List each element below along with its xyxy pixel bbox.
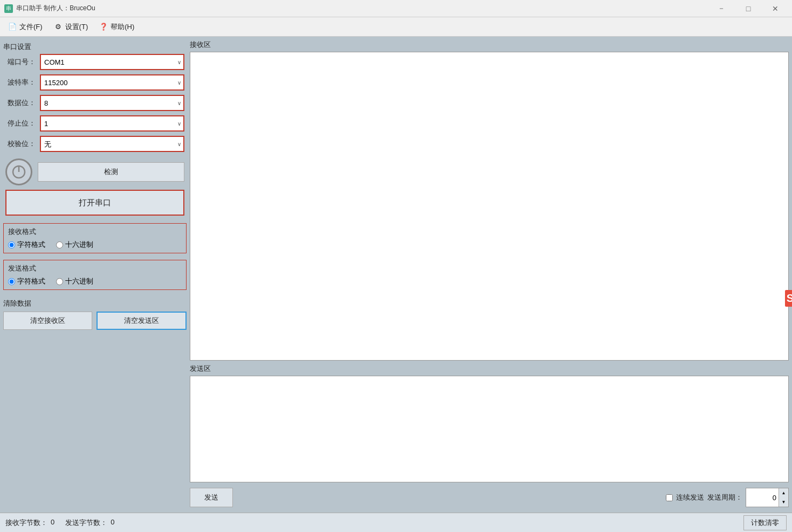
left-panel: 串口设置 端口号： COM1 COM2 COM3 COM4 波特率： — [3, 40, 187, 509]
period-input[interactable] — [746, 488, 779, 507]
receive-hex-radio[interactable] — [56, 241, 63, 248]
count-clear-button[interactable]: 计数清零 — [743, 515, 787, 530]
receive-char-label: 字符格式 — [17, 240, 45, 250]
open-port-button[interactable]: 打开串口 — [5, 190, 184, 216]
parity-select-wrapper: 无 奇校验 偶校验 — [40, 136, 184, 152]
port-row: 端口号： COM1 COM2 COM3 COM4 — [3, 54, 187, 70]
parity-select[interactable]: 无 奇校验 偶校验 — [40, 136, 184, 152]
period-up-button[interactable]: ▲ — [779, 488, 788, 498]
send-section: 发送区 — [190, 364, 789, 482]
period-label: 发送周期： — [707, 493, 742, 502]
baudrate-row: 波特率： 9600 19200 38400 57600 115200 — [3, 74, 187, 91]
rx-label: 接收字节数： — [5, 518, 47, 528]
minimize-button[interactable]: － — [709, 0, 734, 17]
period-spinners: ▲ ▼ — [779, 488, 788, 507]
parity-label: 校验位： — [5, 139, 36, 149]
serial-config-title: 串口设置 — [3, 42, 187, 52]
receive-area-label: 接收区 — [190, 40, 789, 50]
databits-label: 数据位： — [5, 98, 36, 108]
app-icon: 串 — [4, 4, 13, 13]
receive-char-format[interactable]: 字符格式 — [8, 240, 45, 250]
menu-bar: 📄 文件(F) ⚙ 设置(T) ❓ 帮助(H) — [0, 17, 792, 37]
stopbits-select-wrapper: 1 1.5 2 — [40, 115, 184, 132]
clear-receive-button[interactable]: 清空接收区 — [3, 312, 92, 330]
port-select[interactable]: COM1 COM2 COM3 COM4 — [40, 54, 184, 70]
title-bar-left: 串 串口助手 制作人：BruceOu — [4, 4, 95, 13]
power-detect-row: 检测 — [3, 156, 187, 188]
tx-value: 0 — [111, 518, 114, 528]
menu-file[interactable]: 📄 文件(F) — [2, 20, 48, 34]
menu-file-label: 文件(F) — [19, 22, 43, 32]
receive-char-radio[interactable] — [8, 241, 15, 248]
menu-help[interactable]: ❓ 帮助(H) — [93, 20, 140, 34]
close-button[interactable]: ✕ — [763, 0, 788, 17]
receive-textarea[interactable] — [190, 52, 789, 361]
title-bar: 串 串口助手 制作人：BruceOu － □ ✕ — [0, 0, 792, 17]
databits-select-wrapper: 5 6 7 8 — [40, 95, 184, 111]
menu-help-label: 帮助(H) — [111, 22, 134, 32]
period-input-wrapper: ▲ ▼ — [746, 488, 789, 507]
stopbits-row: 停止位： 1 1.5 2 — [3, 115, 187, 132]
detect-button[interactable]: 检测 — [38, 162, 184, 182]
title-bar-controls: － □ ✕ — [709, 0, 788, 17]
baudrate-label: 波特率： — [5, 78, 36, 87]
send-hex-format[interactable]: 十六进制 — [56, 277, 93, 286]
menu-settings[interactable]: ⚙ 设置(T) — [48, 20, 94, 34]
databits-select[interactable]: 5 6 7 8 — [40, 95, 184, 111]
continuous-send-checkbox[interactable] — [666, 494, 673, 501]
clear-buttons: 清空接收区 清空发送区 — [3, 312, 187, 330]
send-format-row: 字符格式 十六进制 — [8, 277, 182, 286]
stopbits-label: 停止位： — [5, 119, 36, 128]
receive-format-row: 字符格式 十六进制 — [8, 240, 182, 250]
receive-section: 接收区 S — [190, 40, 789, 361]
help-icon: ❓ — [99, 22, 108, 32]
send-hex-radio[interactable] — [56, 278, 63, 285]
serial-config-section: 串口设置 端口号： COM1 COM2 COM3 COM4 波特率： — [3, 40, 187, 220]
send-char-label: 字符格式 — [17, 277, 45, 286]
tx-label: 发送字节数： — [65, 518, 107, 528]
receive-format-title: 接收格式 — [8, 227, 182, 237]
right-panel: 接收区 S 发送区 发送 连续发送 发送周期： ▲ ▼ — [190, 40, 789, 509]
databits-row: 数据位： 5 6 7 8 — [3, 95, 187, 111]
power-icon — [12, 165, 26, 179]
send-button[interactable]: 发送 — [190, 488, 233, 507]
tx-status: 发送字节数： 0 — [65, 518, 114, 528]
receive-hex-format[interactable]: 十六进制 — [56, 240, 93, 250]
port-select-wrapper: COM1 COM2 COM3 COM4 — [40, 54, 184, 70]
send-hex-label: 十六进制 — [65, 277, 93, 286]
settings-icon: ⚙ — [53, 22, 63, 32]
app-title: 串口助手 制作人：BruceOu — [16, 4, 95, 13]
continuous-send-group: 连续发送 发送周期： ▲ ▼ — [666, 488, 789, 507]
parity-row: 校验位： 无 奇校验 偶校验 — [3, 136, 187, 152]
send-textarea[interactable] — [190, 376, 789, 482]
stopbits-select[interactable]: 1 1.5 2 — [40, 115, 184, 132]
receive-hex-label: 十六进制 — [65, 240, 93, 250]
receive-format-section: 接收格式 字符格式 十六进制 — [3, 223, 187, 253]
status-bar: 接收字节数： 0 发送字节数： 0 计数清零 — [0, 513, 792, 532]
maximize-button[interactable]: □ — [736, 0, 761, 17]
baudrate-select[interactable]: 9600 19200 38400 57600 115200 — [40, 74, 184, 91]
main-content: 串口设置 端口号： COM1 COM2 COM3 COM4 波特率： — [0, 37, 792, 513]
s-badge: S — [785, 290, 792, 307]
menu-settings-label: 设置(T) — [65, 22, 88, 32]
send-char-radio[interactable] — [8, 278, 15, 285]
rx-status: 接收字节数： 0 — [5, 518, 54, 528]
port-label: 端口号： — [5, 57, 36, 67]
clear-send-button[interactable]: 清空发送区 — [97, 312, 187, 330]
clear-section: 清除数据 清空接收区 清空发送区 — [3, 296, 187, 332]
send-format-title: 发送格式 — [8, 264, 182, 273]
clear-title: 清除数据 — [3, 299, 187, 308]
send-char-format[interactable]: 字符格式 — [8, 277, 45, 286]
file-icon: 📄 — [8, 22, 17, 32]
power-button[interactable] — [5, 158, 32, 185]
send-controls: 发送 连续发送 发送周期： ▲ ▼ — [190, 486, 789, 509]
rx-value: 0 — [51, 518, 54, 528]
send-area-label: 发送区 — [190, 364, 789, 374]
continuous-send-label: 连续发送 — [676, 493, 704, 502]
period-down-button[interactable]: ▼ — [779, 498, 788, 507]
open-port-wrapper: 打开串口 — [3, 188, 187, 218]
send-format-section: 发送格式 字符格式 十六进制 — [3, 260, 187, 290]
baudrate-select-wrapper: 9600 19200 38400 57600 115200 — [40, 74, 184, 91]
